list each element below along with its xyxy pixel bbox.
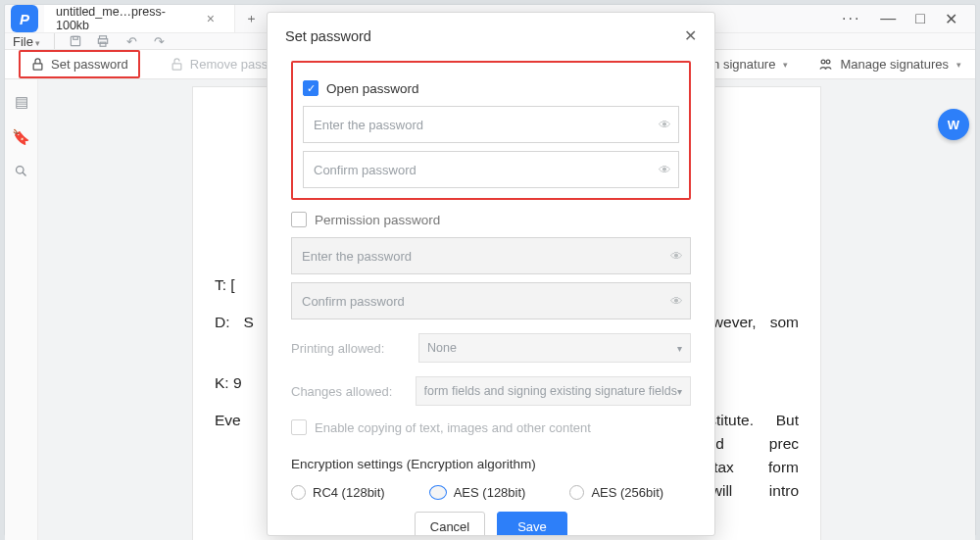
dialog-close-icon[interactable]: ✕ xyxy=(684,26,697,45)
tab-title: untitled_me…press-100kb xyxy=(56,5,193,32)
radio-label: RC4 (128bit) xyxy=(313,485,385,500)
doc-text: D: S xyxy=(215,314,254,330)
print-icon[interactable] xyxy=(96,34,114,48)
set-password-button[interactable]: Set password xyxy=(19,50,140,78)
encryption-aes256-radio[interactable]: AES (256bit) xyxy=(569,485,663,500)
enable-copy-label: Enable copying of text, images and other… xyxy=(315,420,591,435)
lock-icon xyxy=(30,57,45,72)
radio-label: AES (256bit) xyxy=(591,485,663,500)
app-icon: P xyxy=(5,5,44,32)
minimize-icon[interactable]: — xyxy=(880,10,896,27)
set-password-dialog: Set password ✕ ✓ Open password 👁 👁 Permi… xyxy=(267,12,715,536)
svg-point-7 xyxy=(822,60,826,64)
changes-allowed-label: Changes allowed: xyxy=(291,384,406,399)
permission-password-checkbox[interactable] xyxy=(291,212,307,227)
printing-allowed-select: None ▾ xyxy=(418,333,691,363)
permission-password-label: Permission password xyxy=(315,213,440,227)
printing-allowed-label: Printing allowed: xyxy=(291,341,409,356)
permission-password-section: Permission password 👁 👁 Printing allowed… xyxy=(291,212,691,435)
maximize-icon[interactable]: □ xyxy=(915,10,925,27)
save-icon[interactable] xyxy=(69,34,86,48)
svg-rect-1 xyxy=(74,36,78,39)
printing-allowed-value: None xyxy=(427,341,457,355)
signature-icon xyxy=(817,57,834,72)
undo-icon[interactable]: ↶ xyxy=(123,34,141,49)
redo-icon[interactable]: ↷ xyxy=(151,34,169,49)
chevron-down-icon: ▾ xyxy=(677,343,682,354)
encryption-radio-group: RC4 (128bit) AES (128bit) AES (256bit) xyxy=(291,485,691,500)
chevron-down-icon: ▾ xyxy=(677,386,682,397)
document-tab[interactable]: untitled_me…press-100kb × xyxy=(44,5,235,32)
set-password-label: Set password xyxy=(51,57,128,72)
encryption-aes128-radio[interactable]: AES (128bit) xyxy=(429,485,526,500)
open-password-section: ✓ Open password 👁 👁 xyxy=(291,61,691,200)
open-password-checkbox[interactable]: ✓ xyxy=(303,80,318,96)
save-button[interactable]: Save xyxy=(497,512,567,535)
radio-label: AES (128bit) xyxy=(454,485,526,500)
changes-allowed-select: form fields and signing existing signatu… xyxy=(416,376,691,406)
close-window-icon[interactable]: ✕ xyxy=(945,10,957,28)
enable-copy-checkbox xyxy=(291,419,307,435)
permission-password-input xyxy=(291,237,691,274)
manage-signatures-button[interactable]: Manage signatures▾ xyxy=(817,57,961,72)
cancel-button[interactable]: Cancel xyxy=(415,512,485,535)
window-controls: ··· — □ ✕ xyxy=(824,5,975,32)
more-icon[interactable]: ··· xyxy=(842,10,860,27)
open-password-confirm-input[interactable] xyxy=(303,151,679,188)
doc-text: K: 9 xyxy=(215,374,242,391)
encryption-rc4-radio[interactable]: RC4 (128bit) xyxy=(291,485,385,500)
tab-close-icon[interactable]: × xyxy=(207,11,215,26)
doc-text: T: [ xyxy=(215,276,235,293)
app-logo: P xyxy=(11,5,38,32)
doc-text: Eve xyxy=(215,412,241,428)
file-menu[interactable]: File▾ xyxy=(13,34,40,49)
manage-signatures-label: Manage signatures xyxy=(840,57,949,72)
search-icon[interactable] xyxy=(14,164,28,178)
left-rail: ▤ 🔖 xyxy=(5,79,38,540)
svg-rect-5 xyxy=(33,64,42,70)
open-password-input[interactable] xyxy=(303,106,679,143)
encryption-settings-title: Encryption settings (Encryption algorith… xyxy=(291,457,691,471)
unlock-icon xyxy=(170,57,184,72)
changes-allowed-value: form fields and signing existing signatu… xyxy=(424,384,677,398)
word-fab-icon[interactable]: W xyxy=(938,109,969,140)
permission-password-confirm-input xyxy=(291,282,691,319)
svg-point-8 xyxy=(827,60,831,64)
svg-rect-0 xyxy=(71,36,79,45)
dialog-title: Set password xyxy=(285,28,371,44)
bookmarks-icon[interactable]: 🔖 xyxy=(12,128,30,146)
svg-point-9 xyxy=(17,167,24,174)
open-password-label: Open password xyxy=(326,81,419,96)
thumbnails-icon[interactable]: ▤ xyxy=(15,93,28,111)
svg-rect-6 xyxy=(172,64,181,70)
svg-line-10 xyxy=(23,172,25,175)
